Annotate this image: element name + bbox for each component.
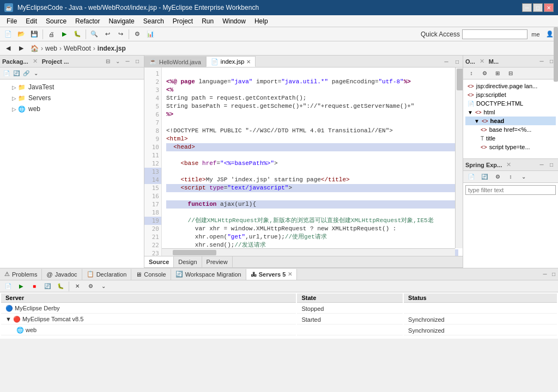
outline-minimize[interactable]: ─ (537, 57, 546, 66)
outline-item-head[interactable]: ▼ <> head (465, 117, 556, 125)
tab-console[interactable]: 🖥 Console (131, 269, 171, 280)
quick-access-input[interactable] (462, 29, 527, 39)
restart-server-btn[interactable]: 🔄 (41, 281, 53, 292)
new-button[interactable]: 📄 (2, 29, 14, 40)
window-controls[interactable]: ─ □ ✕ (522, 3, 554, 12)
tab-workspace-migration[interactable]: 🔄 Workspace Migration (171, 269, 246, 280)
panel-menu-button[interactable]: ⌄ (113, 57, 122, 66)
menu-source[interactable]: Source (41, 16, 71, 26)
outline-sort-btn[interactable]: ↕ (465, 68, 477, 79)
run-button[interactable]: ▶ (58, 29, 70, 40)
back-button[interactable]: ◀ (2, 43, 14, 54)
tab-helloworld[interactable]: ☕ HelloWorld.java (144, 56, 206, 67)
menu-run[interactable]: Run (197, 16, 218, 26)
outline-item-html[interactable]: ▼ <> html (465, 108, 556, 117)
horizontal-scrollbar[interactable] (162, 248, 455, 256)
menu-refactor[interactable]: Refactor (71, 16, 104, 26)
extra-btn-2[interactable]: 📊 (144, 29, 156, 40)
code-editor[interactable]: 1 2 3 4 5 6 7 8 9 10 11 12 13 14 15 16 1… (144, 68, 463, 256)
outline-item-script[interactable]: <> script type=te... (465, 143, 556, 151)
debug-server-btn[interactable]: 🐛 (54, 281, 66, 292)
maximize-panel-button[interactable]: □ (133, 57, 142, 66)
server-row-derby[interactable]: 🔵 MyEclipse Derby Stopped (1, 304, 557, 314)
outline-close-icon[interactable]: ✕ (480, 58, 484, 65)
vertical-scrollbar[interactable] (455, 68, 463, 248)
menu-help[interactable]: Help (250, 16, 272, 26)
sub-tab-source[interactable]: Source (144, 256, 174, 267)
outline-tab2[interactable]: M... (489, 58, 499, 65)
expand-javatest-icon[interactable]: ▷ (11, 84, 17, 90)
tab-declaration[interactable]: 📋 Declaration (82, 269, 132, 280)
outline-item-directive[interactable]: <> jsp:directive.page lan... (465, 82, 556, 90)
outline-filter-btn[interactable]: ⚙ (478, 68, 490, 79)
maximize-button[interactable]: □ (533, 3, 543, 12)
spring-btn-5[interactable]: ⌄ (518, 171, 530, 182)
spring-btn-1[interactable]: 📄 (465, 171, 477, 182)
undo-button[interactable]: ↩ (101, 29, 113, 40)
spring-btn-2[interactable]: 🔄 (478, 171, 490, 182)
menu-navigate[interactable]: Navigate (104, 16, 138, 26)
menu-edit[interactable]: Edit (21, 16, 41, 26)
spring-btn-3[interactable]: ⚙ (492, 171, 504, 182)
server-row-web[interactable]: 🌐 web Synchronized (1, 326, 557, 335)
spring-close-icon[interactable]: ✕ (506, 161, 511, 168)
link-editor-button[interactable]: 🔗 (22, 69, 31, 78)
outline-collapse-btn[interactable]: ⊟ (505, 68, 517, 79)
breadcrumb-file[interactable]: index.jsp (98, 45, 126, 52)
outline-item-title[interactable]: T title (465, 134, 556, 143)
sub-tab-preview[interactable]: Preview (202, 256, 233, 267)
menu-file[interactable]: File (2, 16, 21, 26)
tab-servers[interactable]: 🖧 Servers 5 ✕ (246, 269, 298, 280)
spring-btn-4[interactable]: ↕ (505, 171, 517, 182)
breadcrumb-webroot[interactable]: WebRoot (64, 45, 91, 52)
outline-item-doctype[interactable]: 📄 DOCTYPE:HTML (465, 99, 556, 108)
extra-btn-1[interactable]: ⚙ (131, 29, 143, 40)
forward-button[interactable]: ▶ (15, 43, 27, 54)
minimize-button[interactable]: ─ (522, 3, 532, 12)
server-more-btn[interactable]: ⌄ (98, 281, 110, 292)
new-server-btn[interactable]: 📄 (2, 281, 14, 292)
minimize-panel-button[interactable]: ─ (123, 57, 132, 66)
bottom-maximize[interactable]: □ (549, 270, 558, 279)
stop-server-btn[interactable]: ■ (28, 281, 40, 292)
close-button[interactable]: ✕ (544, 3, 554, 12)
start-server-btn[interactable]: ▶ (15, 281, 27, 292)
project-tab[interactable]: Project ... (42, 58, 69, 65)
menu-window[interactable]: Window (218, 16, 250, 26)
editor-minimize-button[interactable]: ─ (442, 57, 451, 66)
code-content[interactable]: <%@ page language="java" import="java.ut… (162, 68, 463, 256)
tree-item-servers[interactable]: ▷ 📁 Servers (0, 93, 144, 103)
spring-minimize[interactable]: ─ (537, 161, 546, 169)
breadcrumb-web[interactable]: web (45, 45, 57, 52)
package-tab[interactable]: Packag... (2, 58, 28, 65)
menu-project[interactable]: Project (168, 16, 197, 26)
new-item-button[interactable]: 📄 (2, 69, 11, 78)
collapse-all-button[interactable]: ⊟ (104, 57, 112, 66)
expand-web-icon[interactable]: ▷ (11, 106, 17, 112)
save-button[interactable]: 💾 (28, 29, 40, 40)
bottom-minimize[interactable]: ─ (541, 270, 549, 279)
servers-close-icon[interactable]: ✕ (288, 271, 292, 277)
spring-maximize[interactable]: □ (547, 161, 556, 169)
tab-close-icon[interactable]: ✕ (246, 59, 251, 65)
editor-maximize-button[interactable]: □ (453, 57, 462, 66)
tab-indexjsp[interactable]: 📄 index.jsp ✕ (206, 56, 256, 67)
expand-servers-icon[interactable]: ▷ (11, 95, 17, 101)
tab-problems[interactable]: ⚠ Problems (0, 269, 42, 280)
workbench-icon[interactable]: me (530, 29, 542, 40)
outline-item-base[interactable]: <> base href=<%... (465, 125, 556, 134)
scroll-thumb[interactable] (457, 69, 463, 90)
remove-server-btn[interactable]: ✕ (71, 281, 83, 292)
outline-scrollbar[interactable] (554, 56, 558, 82)
outline-expand-btn[interactable]: ⊞ (492, 68, 504, 79)
hscroll-thumb[interactable] (173, 250, 216, 255)
tree-item-javatest[interactable]: ▷ 📁 JavaTest (0, 82, 144, 93)
explorer-menu-button[interactable]: ⌄ (32, 69, 40, 78)
spring-filter-input[interactable] (465, 185, 556, 195)
open-button[interactable]: 📂 (15, 29, 27, 40)
tab-javadoc[interactable]: @ Javadoc (42, 269, 82, 280)
redo-button[interactable]: ↪ (114, 29, 126, 40)
refresh-button[interactable]: 🔄 (12, 69, 21, 78)
expand-tomcat-icon[interactable]: ▼ (5, 316, 11, 322)
debug-button[interactable]: 🐛 (71, 29, 83, 40)
